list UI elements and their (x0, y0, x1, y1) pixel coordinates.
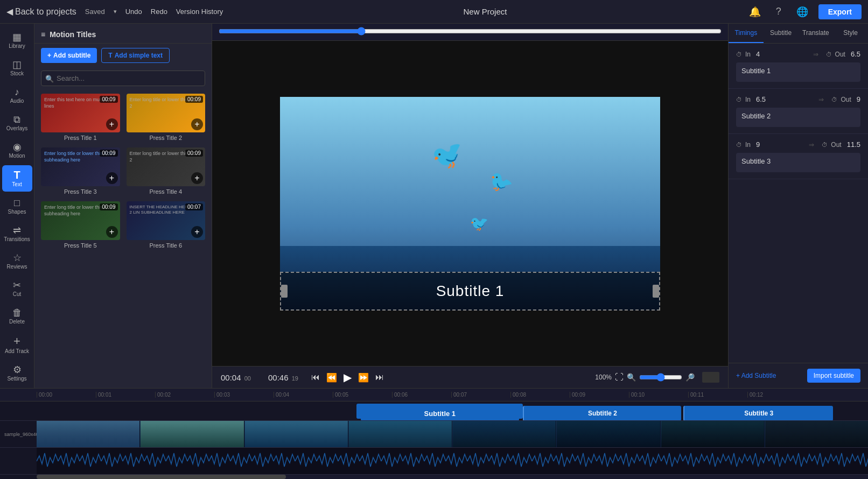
template-press-title-3[interactable]: Enter long title or lower this Enter sub… (41, 147, 120, 195)
sidebar-item-shapes[interactable]: □ Shapes (2, 194, 32, 219)
template-press-title-4[interactable]: Enter long title or lower this Line 2 00… (127, 147, 206, 195)
subtitle-bar-2[interactable]: Subtitle 2 (523, 406, 681, 420)
subtitle-bar-1[interactable]: Subtitle 1 (361, 406, 519, 420)
add-template-3-icon[interactable]: + (106, 172, 118, 184)
duration-badge-1: 00:09 (100, 96, 117, 103)
search-input[interactable] (41, 71, 205, 86)
rewind-icon[interactable]: ⏪ (326, 372, 337, 383)
ruler-mark-2: 00:02 (155, 392, 214, 398)
tab-translate[interactable]: Translate (799, 24, 834, 43)
sidebar-item-reviews[interactable]: ☆ Reviews (2, 249, 32, 274)
ruler-mark-4: 00:04 (274, 392, 333, 398)
subtitle-resize-left[interactable] (281, 285, 288, 298)
sidebar-item-audio[interactable]: ♪ Audio (2, 83, 32, 108)
add-simple-text-button[interactable]: T Add simple text (101, 48, 170, 63)
template-press-title-2[interactable]: Enter long title or lower this Line 2 00… (127, 94, 206, 141)
sidebar-item-delete[interactable]: 🗑 Delete (2, 304, 32, 329)
add-template-2-icon[interactable]: + (191, 118, 203, 130)
add-subtitle-link[interactable]: + Add Subtitle (736, 372, 776, 379)
search-box: 🔍 (34, 67, 212, 89)
bird-1: 🐦 (426, 133, 471, 177)
timeline-scrollbar[interactable] (37, 475, 868, 479)
sidebar-item-add-track[interactable]: + Add Track (2, 331, 32, 358)
add-subtitle-button[interactable]: + Add subtitle (41, 48, 97, 63)
zoom-out-icon[interactable]: 🔍 (627, 373, 636, 382)
export-button[interactable]: Export (818, 4, 862, 19)
tab-style[interactable]: Style (833, 24, 868, 43)
globe-icon[interactable]: 🌐 (795, 6, 810, 18)
ruler-mark-10: 00:10 (629, 392, 688, 398)
ruler-marks: 00:00 00:01 00:02 00:03 00:04 00:05 00:0… (37, 392, 868, 398)
sidebar-item-transitions[interactable]: ⇌ Transitions (2, 221, 32, 246)
video-thumb-1 (37, 421, 140, 447)
duration-badge-4: 00:09 (185, 150, 203, 157)
video-preview: 🐦 🐦 🐦 Subtitle 1 (280, 97, 660, 311)
tab-subtitle[interactable]: Subtitle (764, 24, 799, 43)
skip-to-start-icon[interactable]: ⏮ (311, 372, 320, 382)
fullscreen-icon[interactable]: ⛶ (615, 372, 624, 382)
add-simple-text-label: Add simple text (115, 52, 163, 59)
tab-timings[interactable]: Timings (729, 24, 764, 43)
help-icon[interactable]: ? (771, 6, 786, 17)
subtitle-field-3[interactable]: Subtitle 3 (736, 153, 860, 172)
template-press-title-1[interactable]: Enter this text here on multiple lines 0… (41, 94, 120, 141)
play-button[interactable]: ▶ (344, 371, 352, 384)
subtitle-field-1[interactable]: Subtitle 1 (736, 62, 860, 82)
sidebar-item-stock[interactable]: ◫ Stock (2, 55, 32, 81)
subtitle-resize-right[interactable] (653, 285, 659, 298)
sidebar-label-shapes: Shapes (8, 209, 26, 215)
sidebar-item-motion[interactable]: ◉ Motion (2, 138, 32, 163)
sync-icon-2[interactable]: ⇒ (818, 96, 824, 103)
subtitle-overlay[interactable]: Subtitle 1 (280, 272, 660, 311)
skip-to-end-icon[interactable]: ⏭ (375, 372, 384, 382)
panel-header: ≡ Motion Titles (34, 24, 212, 44)
ruler-mark-5: 00:05 (333, 392, 392, 398)
timeline-ruler: 00:00 00:01 00:02 00:03 00:04 00:05 00:0… (0, 389, 868, 401)
sync-icon-1[interactable]: ⇒ (813, 51, 818, 58)
add-template-4-icon[interactable]: + (191, 172, 203, 184)
template-press-title-6[interactable]: INSERT THE HEADLINE HERE ON 2 LIN SUBHEA… (127, 201, 206, 249)
total-time: 00:46 19 (268, 373, 298, 382)
saved-dropdown-icon[interactable]: ▾ (114, 8, 117, 15)
add-template-6-icon[interactable]: + (191, 226, 203, 238)
sidebar-item-settings[interactable]: ⚙ Settings (2, 361, 32, 386)
clock-in-icon-1: ⏱ (736, 51, 742, 58)
ruler-mark-11: 00:11 (688, 392, 747, 398)
panel-title: Motion Titles (50, 30, 96, 39)
subtitle-track: Subtitle 1 Subtitle 2 Subtitle 3 (0, 401, 868, 421)
sidebar-item-overlays[interactable]: ⧉ Overlays (2, 110, 32, 136)
add-template-5-icon[interactable]: + (106, 226, 118, 238)
sidebar-label-cut: Cut (13, 291, 22, 297)
import-subtitle-button[interactable]: Import subtitle (807, 369, 860, 383)
search-icon: 🔍 (45, 74, 54, 82)
notification-icon[interactable]: 🔔 (747, 6, 762, 18)
in-value-3: 9 (756, 140, 760, 149)
timeline-scrollbar-thumb[interactable] (37, 475, 286, 479)
add-template-1-icon[interactable]: + (106, 118, 118, 130)
redo-button[interactable]: Redo (151, 8, 167, 16)
timing-row-in-2: ⏱ In 6.5 ⇒ ⏱ Out 9 (736, 95, 860, 103)
sidebar-item-library[interactable]: ▦ Library (2, 28, 32, 53)
subtitle-text: Subtitle 1 (436, 283, 505, 299)
template-press-title-5[interactable]: Enter long title or lower this Enter sub… (41, 201, 120, 249)
back-arrow-icon: ◀ (6, 6, 13, 17)
sidebar-label-motion: Motion (9, 153, 25, 159)
zoom-in-icon[interactable]: 🔎 (685, 373, 695, 382)
zoom-slider[interactable] (639, 373, 682, 382)
subtitle-bar-3[interactable]: Subtitle 3 (683, 406, 833, 420)
bird-2: 🐦 (486, 168, 516, 198)
sidebar-item-text[interactable]: T Text (2, 165, 32, 192)
subtitle-field-2[interactable]: Subtitle 2 (736, 108, 860, 127)
timeline: 00:00 00:01 00:02 00:03 00:04 00:05 00:0… (0, 388, 868, 479)
sidebar-item-cut[interactable]: ✂ Cut (2, 276, 32, 301)
audio-track-label (0, 448, 37, 474)
zoom-percent: 100% (595, 374, 612, 381)
sync-icon-3[interactable]: ⇒ (809, 141, 814, 149)
version-history-button[interactable]: Version History (176, 8, 223, 16)
timing-item-1: ⏱ In 4 ⇒ ⏱ Out 6.5 Subtitle 1 (729, 44, 868, 89)
subtitle-bar-2-label: Subtitle 2 (588, 410, 617, 417)
back-button[interactable]: ◀ Back to projects (6, 6, 76, 17)
fast-forward-icon[interactable]: ⏩ (358, 372, 369, 383)
scrubber[interactable] (219, 27, 722, 36)
undo-button[interactable]: Undo (125, 8, 142, 16)
